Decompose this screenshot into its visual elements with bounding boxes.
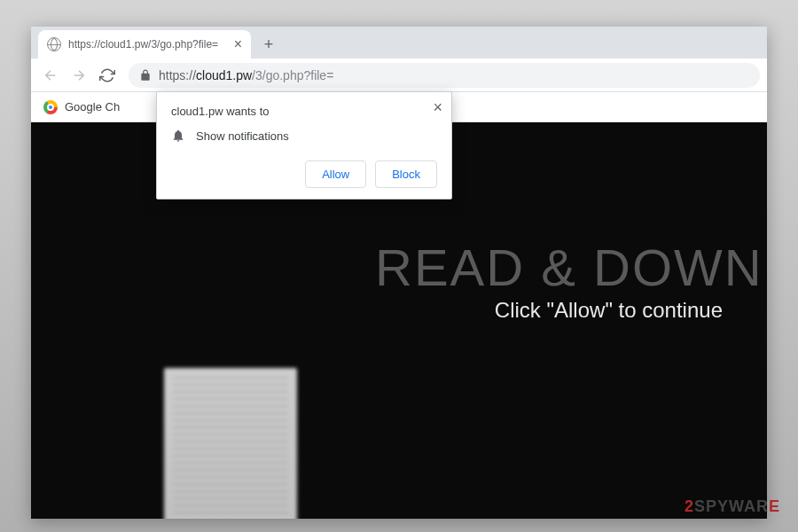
reload-button[interactable] bbox=[95, 63, 120, 88]
headline-text: READ & DOWNL bbox=[375, 238, 767, 297]
url-path: /3/go.php?file= bbox=[252, 68, 333, 82]
chrome-icon bbox=[43, 100, 58, 114]
watermark-part2: SPYWAR bbox=[694, 497, 769, 515]
close-icon[interactable]: × bbox=[433, 99, 442, 115]
lock-icon bbox=[139, 69, 152, 82]
back-button[interactable] bbox=[38, 63, 63, 88]
popup-actions: Allow Block bbox=[171, 160, 437, 188]
permission-label: Show notifications bbox=[196, 129, 289, 143]
notification-permission-popup: × cloud1.pw wants to Show notifications … bbox=[156, 91, 452, 200]
url-protocol: https:// bbox=[159, 68, 196, 82]
bookmark-label[interactable]: Google Ch bbox=[65, 100, 120, 113]
browser-tab[interactable]: https://cloud1.pw/3/go.php?file= × bbox=[38, 30, 251, 59]
watermark-part1: 2 bbox=[685, 497, 694, 515]
url-text: https://cloud1.pw/3/go.php?file= bbox=[159, 68, 333, 82]
tab-bar: https://cloud1.pw/3/go.php?file= × + bbox=[31, 27, 767, 59]
globe-icon bbox=[47, 37, 61, 51]
tab-title: https://cloud1.pw/3/go.php?file= bbox=[68, 38, 227, 51]
preview-box bbox=[164, 368, 297, 519]
popup-permission-row: Show notifications bbox=[171, 129, 437, 143]
new-tab-button[interactable]: + bbox=[256, 32, 281, 57]
address-row: https://cloud1.pw/3/go.php?file= bbox=[31, 59, 767, 92]
allow-button[interactable]: Allow bbox=[305, 160, 366, 188]
forward-button[interactable] bbox=[66, 63, 91, 88]
popup-title: cloud1.pw wants to bbox=[171, 105, 437, 118]
close-icon[interactable]: × bbox=[234, 37, 242, 51]
watermark: 2SPYWARE bbox=[685, 497, 780, 516]
url-host: cloud1.pw bbox=[196, 68, 252, 82]
subline-text: Click "Allow" to continue bbox=[495, 298, 723, 323]
preview-document-thumbnail bbox=[164, 368, 297, 519]
address-bar[interactable]: https://cloud1.pw/3/go.php?file= bbox=[129, 63, 760, 88]
watermark-part3: E bbox=[769, 497, 780, 515]
block-button[interactable]: Block bbox=[375, 160, 437, 188]
bell-icon bbox=[171, 129, 185, 143]
